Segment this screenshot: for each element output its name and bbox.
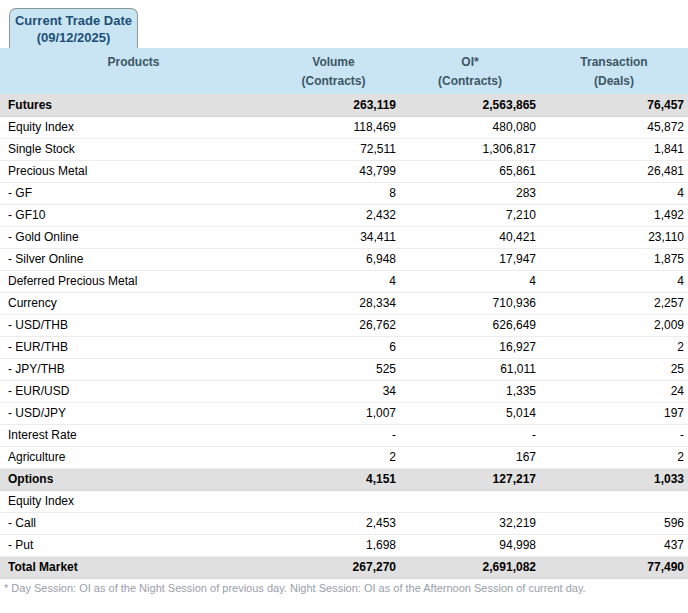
product-cell: - USD/THB — [0, 314, 267, 336]
product-cell: Interest Rate — [0, 424, 267, 446]
col-header-volume: Volume (Contracts) — [267, 48, 400, 94]
transaction-cell: 1,841 — [540, 138, 688, 160]
product-cell: - EUR/USD — [0, 380, 267, 402]
table-row: - EUR/USD341,33524 — [0, 380, 688, 402]
volume-cell: 28,334 — [267, 292, 400, 314]
volume-cell: - — [267, 424, 400, 446]
volume-cell: 525 — [267, 358, 400, 380]
oi-cell: 17,947 — [400, 248, 540, 270]
transaction-cell: 24 — [540, 380, 688, 402]
table-row: - JPY/THB52561,01125 — [0, 358, 688, 380]
oi-cell: - — [400, 424, 540, 446]
tab-date: (09/12/2025) — [10, 29, 137, 46]
volume-cell: 43,799 — [267, 160, 400, 182]
oi-cell: 167 — [400, 446, 540, 468]
col-header-transaction: Transaction (Deals) — [540, 48, 688, 94]
transaction-cell: 2 — [540, 446, 688, 468]
volume-cell — [267, 490, 400, 512]
volume-cell: 1,007 — [267, 402, 400, 424]
transaction-cell: 596 — [540, 512, 688, 534]
product-cell: Equity Index — [0, 490, 267, 512]
oi-cell: 626,649 — [400, 314, 540, 336]
products-summary-table: Products Volume (Contracts) OI* (Contrac… — [0, 48, 688, 579]
volume-cell: 2,453 — [267, 512, 400, 534]
table-body: Futures263,1192,563,86576,457Equity Inde… — [0, 94, 688, 578]
oi-cell: 2,691,082 — [400, 556, 540, 578]
product-cell: Agriculture — [0, 446, 267, 468]
table-row: Agriculture21672 — [0, 446, 688, 468]
transaction-cell: 77,490 — [540, 556, 688, 578]
col-header-products: Products — [0, 48, 267, 94]
product-cell: - JPY/THB — [0, 358, 267, 380]
transaction-cell: 1,492 — [540, 204, 688, 226]
volume-cell: 34 — [267, 380, 400, 402]
volume-cell: 4 — [267, 270, 400, 292]
oi-cell: 1,335 — [400, 380, 540, 402]
volume-cell: 2 — [267, 446, 400, 468]
table-row: - GF82834 — [0, 182, 688, 204]
table-row: Single Stock72,5111,306,8171,841 — [0, 138, 688, 160]
table-row: Total Market267,2702,691,08277,490 — [0, 556, 688, 578]
volume-cell: 34,411 — [267, 226, 400, 248]
product-cell: - GF — [0, 182, 267, 204]
table-row: - EUR/THB616,9272 — [0, 336, 688, 358]
market-summary-page: Current Trade Date (09/12/2025) Products… — [0, 8, 688, 594]
table-row: Equity Index — [0, 490, 688, 512]
volume-cell: 8 — [267, 182, 400, 204]
oi-cell: 32,219 — [400, 512, 540, 534]
oi-cell: 94,998 — [400, 534, 540, 556]
product-cell: Currency — [0, 292, 267, 314]
oi-cell: 16,927 — [400, 336, 540, 358]
product-cell: - Silver Online — [0, 248, 267, 270]
table-row: - USD/JPY1,0075,014197 — [0, 402, 688, 424]
oi-cell: 5,014 — [400, 402, 540, 424]
oi-cell: 61,011 — [400, 358, 540, 380]
product-cell: Deferred Precious Metal — [0, 270, 267, 292]
product-cell: Single Stock — [0, 138, 267, 160]
table-row: Equity Index118,469480,08045,872 — [0, 116, 688, 138]
product-cell: Equity Index — [0, 116, 267, 138]
product-cell: Total Market — [0, 556, 267, 578]
oi-cell: 4 — [400, 270, 540, 292]
table-row: Precious Metal43,79965,86126,481 — [0, 160, 688, 182]
transaction-cell: 23,110 — [540, 226, 688, 248]
transaction-cell: 26,481 — [540, 160, 688, 182]
volume-cell: 6 — [267, 336, 400, 358]
volume-cell: 6,948 — [267, 248, 400, 270]
table-row: - USD/THB26,762626,6492,009 — [0, 314, 688, 336]
oi-cell: 7,210 — [400, 204, 540, 226]
transaction-cell: 25 — [540, 358, 688, 380]
product-cell: Futures — [0, 94, 267, 116]
tab-title: Current Trade Date — [10, 12, 137, 29]
volume-cell: 26,762 — [267, 314, 400, 336]
transaction-cell: 76,457 — [540, 94, 688, 116]
product-cell: - Call — [0, 512, 267, 534]
transaction-cell: 2 — [540, 336, 688, 358]
product-cell: - GF10 — [0, 204, 267, 226]
tab-current-trade-date[interactable]: Current Trade Date (09/12/2025) — [9, 8, 138, 48]
transaction-cell: 1,875 — [540, 248, 688, 270]
oi-cell — [400, 490, 540, 512]
product-cell: - EUR/THB — [0, 336, 267, 358]
volume-cell: 267,270 — [267, 556, 400, 578]
oi-cell: 710,936 — [400, 292, 540, 314]
volume-cell: 72,511 — [267, 138, 400, 160]
oi-cell: 1,306,817 — [400, 138, 540, 160]
product-cell: - Put — [0, 534, 267, 556]
oi-cell: 127,217 — [400, 468, 540, 490]
product-cell: - Gold Online — [0, 226, 267, 248]
table-row: - Put1,69894,998437 — [0, 534, 688, 556]
transaction-cell: 437 — [540, 534, 688, 556]
table-row: Deferred Precious Metal444 — [0, 270, 688, 292]
transaction-cell: 2,009 — [540, 314, 688, 336]
footnote: * Day Session: OI as of the Night Sessio… — [0, 579, 688, 594]
table-row: - Silver Online6,94817,9471,875 — [0, 248, 688, 270]
col-header-oi: OI* (Contracts) — [400, 48, 540, 94]
transaction-cell: 4 — [540, 182, 688, 204]
product-cell: - USD/JPY — [0, 402, 267, 424]
table-header: Products Volume (Contracts) OI* (Contrac… — [0, 48, 688, 94]
table-row: - Call2,45332,219596 — [0, 512, 688, 534]
oi-cell: 2,563,865 — [400, 94, 540, 116]
table-row: Currency28,334710,9362,257 — [0, 292, 688, 314]
table-row: - GF102,4327,2101,492 — [0, 204, 688, 226]
